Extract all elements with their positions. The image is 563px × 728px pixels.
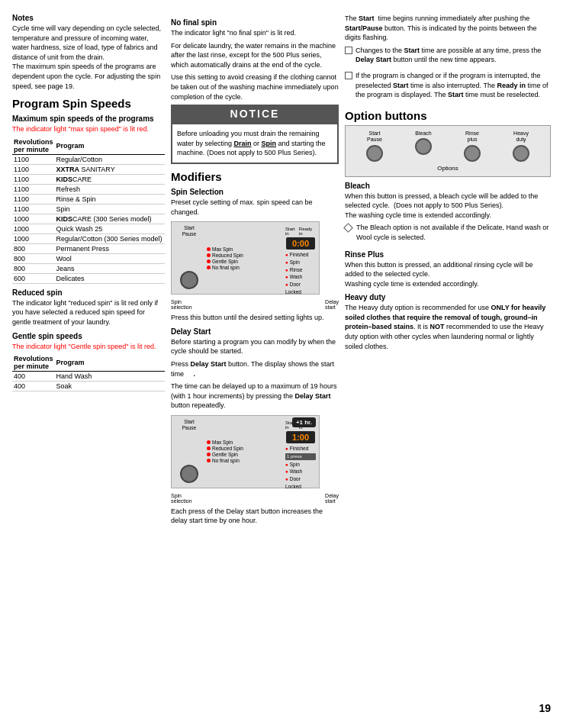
table-row: 1000Regular/Cotton (300 Series model) — [12, 234, 165, 243]
gentle-col-program: Program — [55, 354, 165, 372]
diagram1-footer: Spinselection Delaystart — [171, 299, 339, 310]
modifiers-section: Modifiers Spin Selection Preset cycle se… — [171, 170, 339, 526]
btn-bleach-label: Bleach — [415, 130, 431, 137]
knob-bleach — [415, 138, 432, 155]
notice-content: Before unloading you must drain the rema… — [171, 123, 339, 164]
btn-rinse-plus: Rinseplus — [464, 130, 481, 162]
notice-section: NOTICE Before unloading you must drain t… — [171, 105, 339, 164]
bleach-text: When this button is pressed, a bleach cy… — [345, 192, 551, 221]
start-pause-knob-2 — [180, 465, 198, 483]
notes-body: Cycle time will vary depending on cycle … — [12, 24, 165, 91]
reduced-spin-subtitle: Reduced spin — [12, 288, 165, 297]
start-time-checkbox1-text: Changes to the Start time are possible a… — [355, 46, 551, 65]
btn-start-label: StartPause — [367, 130, 382, 143]
no-final-spin-text1: The indicator light "no final spin" is l… — [171, 28, 339, 38]
option-buttons-section: Option buttons StartPause Bleach — [345, 109, 551, 352]
spin-selection-label-2: Spinselection — [171, 493, 192, 504]
start-time-section: The Start time begins running immediatel… — [345, 14, 551, 103]
col-program: Program — [55, 137, 165, 155]
dot-gentle-spin — [207, 259, 211, 263]
dot-no-final-spin — [207, 266, 211, 269]
option-buttons-display: StartPause Bleach Rinseplus Heavydu — [345, 125, 551, 177]
spin-selection-title: Spin Selection — [171, 188, 339, 196]
program-spin-speeds-title: Program Spin Speeds — [12, 97, 165, 110]
table-row: 1100Spin — [12, 204, 165, 214]
option-buttons-title: Option buttons — [345, 109, 551, 122]
notes-title: Notes — [12, 14, 165, 22]
option-btn-row: StartPause Bleach Rinseplus Heavydu — [350, 130, 545, 162]
max-speeds-indicator: The indicator light "max spin speed" is … — [12, 124, 165, 134]
right-indicators-2: ● Finished 1 press ● Spin ● Wash ● Door … — [285, 445, 316, 491]
display-row-labels: Start inReady in — [285, 227, 316, 236]
indicator-no-final-spin: No final spin — [207, 265, 282, 270]
bleach-title: Bleach — [345, 182, 551, 190]
btn-bleach: Bleach — [415, 130, 432, 155]
start-time-checkbox2-text: If the program is changed or if the prog… — [355, 71, 551, 100]
display-area-2: Start inReady in 1:00 ● Finished 1 press… — [285, 419, 316, 485]
table-row: 1100Rinse & Spin — [12, 194, 165, 204]
plus1hr-badge: +1 hr. — [292, 417, 316, 427]
program-spin-speeds-section: Program Spin Speeds Maximum spin speeds … — [12, 97, 165, 391]
delay-start-label: Delaystart — [325, 299, 339, 310]
machine-diagram-1: StartPause Max Spin Reduced Spin Gentle … — [171, 221, 320, 295]
indicator-max-spin: Max Spin — [207, 246, 282, 252]
dot-reduced-spin — [207, 253, 211, 257]
start-time-checkbox2: If the program is changed or if the prog… — [345, 71, 551, 103]
right-column: The Start time begins running immediatel… — [345, 14, 551, 696]
indicator-gentle-spin: Gentle Spin — [207, 259, 282, 264]
notice-title: NOTICE — [171, 105, 339, 123]
table-row: 800Jeans — [12, 263, 165, 273]
table-row: 800Wool — [12, 253, 165, 263]
center-indicators: Max Spin Reduced Spin Gentle Spin No fin… — [207, 225, 282, 291]
spin-selection-text: Preset cycle setting of max. spin speed … — [171, 198, 339, 217]
gentle-speeds-indicator: The indicator light "Gentle spin speed" … — [12, 342, 165, 352]
gentle-col-rpm: Revolutionsper minute — [12, 354, 55, 372]
gentle-speeds-table: Revolutionsper minute Program 400Hand Wa… — [12, 354, 165, 391]
table-row: 400Hand Wash — [12, 372, 165, 382]
btn-rinse-label: Rinseplus — [465, 130, 479, 143]
rinse-plus-text: When this button is pressed, an addition… — [345, 260, 551, 289]
left-knob-area-2: StartPause — [175, 419, 204, 485]
table-row: 1100KIDSCARE — [12, 174, 165, 184]
bleach-section: Bleach When this button is pressed, a bl… — [345, 182, 551, 246]
knob-start-pause — [366, 145, 383, 162]
no-final-spin-text3: Use this setting to avoid creasing if th… — [171, 72, 339, 101]
heavy-duty-title: Heavy duty — [345, 293, 551, 301]
diagram2-footer-labels: Spinselection Delaystart — [171, 493, 339, 504]
indicator-gentle-spin-2: Gentle Spin — [207, 452, 282, 457]
diagram2-footer-text: Each press of the Delay start button inc… — [171, 507, 339, 526]
reduced-spin-text: The indicator light "reduced spin" is li… — [12, 298, 165, 327]
table-row: 600Delicates — [12, 273, 165, 283]
col-rpm: Revolutionsper minute — [12, 137, 55, 155]
table-row: 1000KIDSCARE (300 Series model) — [12, 214, 165, 224]
indicator-max-spin-2: Max Spin — [207, 440, 282, 445]
start-pause-label: StartPause — [182, 225, 196, 237]
knob-heavy-duty — [513, 145, 529, 162]
indicator-reduced-spin-2: Reduced Spin — [207, 446, 282, 451]
start-pause-knob — [180, 271, 198, 289]
left-column: Notes Cycle time will vary depending on … — [12, 14, 165, 696]
table-row: 1100XXTRA SANITARY — [12, 164, 165, 174]
machine-diagram-2: +1 hr. StartPause Max Spin Reduced Spin — [171, 415, 320, 488]
indicator-no-final-spin-2: No final spin — [207, 458, 282, 463]
heavy-duty-text: The Heavy duty option is recommended for… — [345, 303, 551, 351]
delay-start-text2: Press Delay Start button. The display sh… — [171, 359, 339, 378]
start-pause-label-2: StartPause — [182, 419, 196, 431]
display-area: Start inReady in 0:00 ● Finished ● Spin … — [285, 225, 316, 291]
max-speeds-subtitle: Maximum spin speeds of the programs — [12, 114, 165, 123]
no-final-spin-title: No final spin — [171, 18, 339, 27]
max-speeds-table: Revolutionsper minute Program 1100Regula… — [12, 137, 165, 284]
display-screen-2: 1:00 — [286, 431, 315, 443]
checkbox-sq-2 — [345, 72, 352, 79]
heavy-duty-section: Heavy duty The Heavy duty option is reco… — [345, 293, 551, 351]
dot-max-spin — [207, 247, 211, 251]
modifiers-title: Modifiers — [171, 170, 339, 183]
btn-start-pause: StartPause — [366, 130, 383, 162]
no-final-spin-text2: For delicate laundry, the water remains … — [171, 41, 339, 70]
delay-start-text3: The time can be delayed up to a maximum … — [171, 382, 339, 411]
table-row: 1100Refresh — [12, 184, 165, 194]
table-row: 1100Regular/Cotton — [12, 154, 165, 164]
start-time-text1: The Start time begins running immediatel… — [345, 14, 551, 43]
table-row: 1000Quick Wash 25 — [12, 224, 165, 234]
right-indicators: ● Finished ● Spin ● Rinse ● Wash ● Door … — [285, 251, 316, 296]
